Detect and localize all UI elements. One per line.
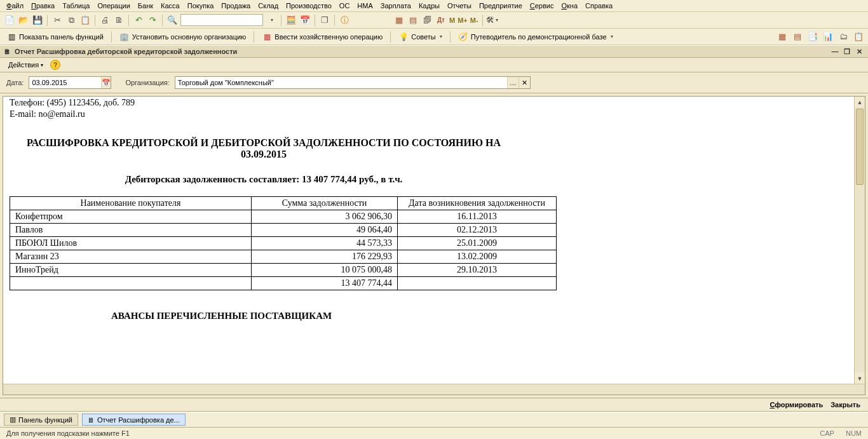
horizontal-scrollbar[interactable] bbox=[3, 384, 865, 395]
separator bbox=[95, 15, 95, 26]
num-indicator: NUM bbox=[846, 429, 862, 437]
scroll-down-icon[interactable]: ▼ bbox=[855, 373, 865, 384]
task-report[interactable]: 🗎 Отчет Расшифровка де... bbox=[82, 414, 186, 426]
menu-reports[interactable]: Отчеты bbox=[447, 2, 471, 10]
calc-icon[interactable]: 🧮 bbox=[285, 15, 297, 26]
actions-button[interactable]: Действия ▾ bbox=[5, 60, 46, 69]
tool-icon-5[interactable]: 🗂 bbox=[837, 31, 849, 43]
report-icon: 🗎 bbox=[88, 416, 95, 424]
scroll-up-icon[interactable]: ▲ bbox=[855, 97, 865, 107]
scroll-thumb[interactable] bbox=[856, 109, 864, 185]
menu-cash[interactable]: Касса bbox=[161, 2, 180, 10]
status-bar: Для получения подсказки нажмите F1 CAP N… bbox=[0, 428, 868, 439]
cell-date: 13.02.2009 bbox=[398, 250, 557, 264]
grid-icon[interactable]: ▦ bbox=[393, 15, 405, 26]
menu-help[interactable]: Справка bbox=[585, 2, 613, 10]
undo-icon[interactable]: ↶ bbox=[133, 15, 144, 26]
m-minus-btn[interactable]: М- bbox=[470, 17, 478, 24]
operation-icon: ▦ bbox=[262, 32, 272, 42]
menu-table[interactable]: Таблица bbox=[62, 2, 90, 10]
doc-icon[interactable]: 🗐 bbox=[421, 15, 433, 26]
menu-enterprise[interactable]: Предприятие bbox=[479, 2, 522, 10]
cell-name: ИнноТрейд bbox=[10, 264, 252, 277]
menu-bank[interactable]: Банк bbox=[138, 2, 153, 10]
redo-icon[interactable]: ↷ bbox=[147, 15, 158, 26]
vertical-scrollbar[interactable]: ▲ ▼ bbox=[854, 97, 865, 384]
org-input[interactable] bbox=[175, 77, 507, 88]
debtors-table: Наименование покупателя Сумма задолженно… bbox=[10, 196, 557, 290]
m-btn[interactable]: М bbox=[449, 17, 455, 24]
menu-operations[interactable]: Операции bbox=[97, 2, 130, 10]
select-org-button[interactable]: … bbox=[507, 77, 519, 88]
tool-icon-1[interactable]: ▦ bbox=[776, 31, 788, 43]
preview-icon[interactable]: 🗎 bbox=[113, 15, 125, 26]
main-menubar: Файл Правка Таблица Операции Банк Касса … bbox=[0, 0, 868, 12]
cell-sum: 49 064,40 bbox=[252, 224, 398, 237]
about-icon[interactable]: ⓘ bbox=[339, 15, 350, 26]
menu-windows[interactable]: Окна bbox=[561, 2, 578, 10]
maximize-button[interactable]: ❐ bbox=[842, 48, 852, 56]
minimize-button[interactable]: — bbox=[830, 48, 840, 55]
calendar-icon[interactable]: 📅 bbox=[299, 15, 311, 26]
menu-stock[interactable]: Склад bbox=[258, 2, 278, 10]
cell-name: ПБОЮЛ Шилов bbox=[10, 237, 252, 250]
search-input[interactable] bbox=[180, 14, 263, 26]
close-report-button[interactable]: Закрыть bbox=[831, 401, 860, 409]
building-icon: 🏢 bbox=[119, 32, 130, 42]
calendar-button[interactable]: 📅 bbox=[101, 77, 111, 88]
tool-icon-2[interactable]: ▤ bbox=[792, 31, 803, 43]
btn-label: Показать панель функций bbox=[19, 33, 104, 41]
menu-service[interactable]: Сервис bbox=[530, 2, 554, 10]
paste-icon[interactable]: 📋 bbox=[79, 15, 91, 26]
separator bbox=[128, 15, 129, 26]
task-panel[interactable]: ▥ Панель функций bbox=[4, 414, 78, 426]
separator bbox=[315, 15, 315, 26]
separator bbox=[450, 31, 451, 43]
new-icon[interactable]: 📄 bbox=[4, 15, 15, 26]
cell-date: 16.11.2013 bbox=[398, 210, 557, 224]
set-main-org-button[interactable]: 🏢 Установить основную организацию bbox=[117, 31, 249, 43]
help-icon[interactable]: ? bbox=[50, 60, 60, 70]
menu-intangible[interactable]: НМА bbox=[357, 2, 372, 10]
run-button[interactable]: Сформировать bbox=[770, 401, 823, 409]
grid2-icon[interactable]: ▤ bbox=[407, 15, 419, 26]
search-icon[interactable]: 🔍 bbox=[166, 15, 178, 26]
cell-sum: 176 229,93 bbox=[252, 250, 398, 264]
save-icon[interactable]: 💾 bbox=[32, 15, 43, 26]
menu-salary[interactable]: Зарплата bbox=[381, 2, 411, 10]
document-area: Телефон: (495) 1123456, доб. 789 E-mail:… bbox=[0, 93, 868, 398]
close-button[interactable]: ✕ bbox=[854, 48, 864, 56]
print-icon[interactable]: 🖨 bbox=[99, 15, 111, 26]
window-icon[interactable]: ❐ bbox=[319, 15, 330, 26]
tips-button[interactable]: 💡 Советы bbox=[396, 31, 444, 43]
menu-sale[interactable]: Продажа bbox=[221, 2, 250, 10]
tool-icon-3[interactable]: 📑 bbox=[807, 31, 818, 43]
cell-sum: 44 573,33 bbox=[252, 237, 398, 250]
search-dropdown[interactable] bbox=[266, 15, 277, 26]
open-icon[interactable]: 📂 bbox=[18, 15, 29, 26]
menu-purchase[interactable]: Покупка bbox=[187, 2, 214, 10]
table-row: Павлов49 064,4002.12.2013 bbox=[10, 224, 557, 237]
menu-fixed-assets[interactable]: ОС bbox=[339, 2, 350, 10]
demo-guide-button[interactable]: 🧭 Путеводитель по демонстрационной базе bbox=[456, 31, 616, 43]
enter-operation-button[interactable]: ▦ Ввести хозяйственную операцию bbox=[259, 31, 385, 43]
show-panel-button[interactable]: ▥ Показать панель функций bbox=[4, 31, 106, 43]
menu-staff[interactable]: Кадры bbox=[419, 2, 440, 10]
m-plus-btn[interactable]: М+ bbox=[458, 17, 468, 24]
dt-icon[interactable]: Дт bbox=[435, 15, 447, 26]
tool-icon-4[interactable]: 📊 bbox=[822, 31, 834, 43]
date-input[interactable] bbox=[29, 77, 100, 88]
btn-label: Ввести хозяйственную операцию bbox=[275, 33, 383, 41]
tool-icon-6[interactable]: 📋 bbox=[853, 31, 864, 43]
cell-name: Конфетпром bbox=[10, 210, 252, 224]
org-label: Организация: bbox=[125, 79, 169, 86]
clear-org-button[interactable]: ✕ bbox=[519, 77, 530, 88]
menu-file[interactable]: Файл bbox=[6, 2, 24, 10]
btn-label: Путеводитель по демонстрационной базе bbox=[471, 33, 607, 41]
menu-production[interactable]: Производство bbox=[286, 2, 332, 10]
copy-icon[interactable]: ⧉ bbox=[65, 15, 77, 26]
tools-icon[interactable]: 🛠 bbox=[487, 15, 498, 26]
col-date: Дата возникновения задолженности bbox=[398, 197, 557, 210]
menu-edit[interactable]: Правка bbox=[31, 2, 55, 10]
cut-icon[interactable]: ✂ bbox=[51, 15, 63, 26]
